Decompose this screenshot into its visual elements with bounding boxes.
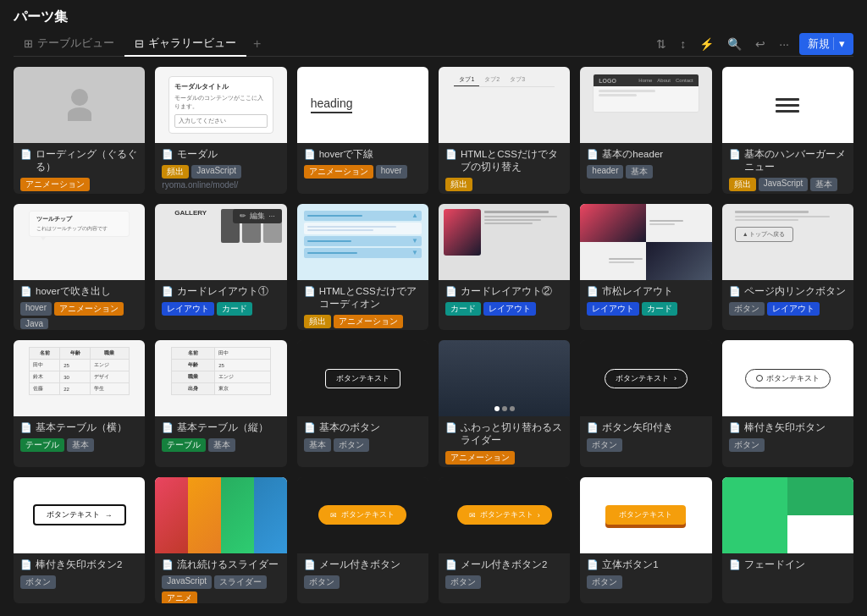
modal-preview: モーダルタイトル モーダルのコンテンツがここに入ります。 入力してください — [168, 76, 273, 134]
card-header-name: 📄 基本のheader — [587, 148, 704, 161]
table-v-preview: 名前田中 年齢25 職業エンジ 出身東京 — [171, 347, 271, 395]
card-table-h-name: 📄 基本テーブル（横） — [20, 421, 138, 434]
tab-table[interactable]: ⊞ テーブルビュー — [14, 31, 124, 57]
filter-icon[interactable]: ⇅ — [653, 36, 670, 52]
card-card-layout-1[interactable]: GALLERY ✏ 編集 ··· 📄 カードレイアウト① レイアウト カード — [155, 204, 286, 331]
card-fade-slider[interactable]: 📄 ふわっと切り替わるスライダー アニメーション JavaScript — [439, 340, 570, 467]
fade-in-preview — [722, 477, 853, 553]
card-table-v-name: 📄 基本テーブル（縦） — [162, 421, 279, 434]
card-basic-button-name: 📄 基本のボタン — [304, 421, 422, 434]
card-arrow-button-name: 📄 ボタン矢印付き — [587, 421, 704, 434]
card-flowing-slider[interactable]: 📄 流れ続けるスライダー JavaScript スライダー アニメ — [155, 477, 286, 604]
card-tooltip-name: 📄 hoverで吹き出し — [20, 285, 138, 298]
card-hover-underline[interactable]: heading 📄 hoverで下線 アニメーション hover — [297, 67, 428, 194]
search-icon[interactable]: 🔍 — [724, 36, 745, 52]
card-hamburger[interactable]: 📄 基本のハンバーガーメニュー 頻出 JavaScript 基本 ryoma.o… — [722, 67, 853, 194]
app-title: パーツ集 — [14, 8, 853, 26]
card-basic-button[interactable]: ボタンテキスト 📄 基本のボタン 基本 ボタン — [297, 340, 428, 467]
card-3d-button[interactable]: ボタンテキスト 📄 立体ボタン1 ボタン — [580, 477, 711, 604]
more-icon[interactable]: ··· — [776, 36, 792, 52]
card-loading[interactable]: 📄 ローディング（ぐるぐる） アニメーション JavaScript — [14, 67, 145, 194]
card-fade-in-name: 📄 フェードイン — [729, 558, 847, 571]
mail-btn-preview: ✉ ボタンテキスト — [318, 505, 406, 525]
card-tab-name: 📄 HTMLとCSSだけでタブの切り替え — [445, 148, 563, 173]
3d-btn-preview: ボタンテキスト — [605, 505, 686, 525]
hamburger-preview — [767, 90, 808, 121]
card-page-link-btn[interactable]: ▲ トップへ戻る 📄 ページ内リンクボタン ボタン レイアウト — [722, 204, 853, 331]
card-modal-name: 📄 モーダル — [162, 148, 279, 161]
tab-preview: タブ1 タブ2 タブ3 — [454, 74, 554, 107]
card-mail-button-2[interactable]: ✉ ボタンテキスト › 📄 メール付きボタン2 ボタン — [439, 477, 570, 604]
tab-gallery[interactable]: ⊟ ギャラリービュー — [124, 31, 246, 57]
card-table-h[interactable]: 名前年齢職業 田中25エンジ 鈴木30デザイ 佐藤22学生 📄 基本テーブル（横… — [14, 340, 145, 467]
card-mail-button-2-name: 📄 メール付きボタン2 — [445, 558, 563, 571]
tag-js2: JavaScript — [191, 165, 241, 179]
arrow-btn-preview: ボタンテキスト › — [605, 369, 688, 388]
card-arrow-button[interactable]: ボタンテキスト › 📄 ボタン矢印付き ボタン — [580, 340, 711, 467]
table-h-preview: 名前年齢職業 田中25エンジ 鈴木30デザイ 佐藤22学生 — [29, 347, 129, 395]
card-fade-in[interactable]: 📄 フェードイン — [722, 477, 853, 604]
tag-animation: アニメーション — [20, 178, 90, 191]
card-bordered-arrow-name: 📄 棒付き矢印ボタン — [729, 421, 847, 434]
card-checkerboard-name: 📄 市松レイアウト — [587, 285, 704, 298]
card-accordion-name: 📄 HTMLとCSSだけでアコーディオン — [304, 285, 422, 311]
new-button[interactable]: 新規 ▾ — [799, 33, 853, 55]
new-button-chevron: ▾ — [833, 37, 845, 50]
card-page-link-name: 📄 ページ内リンクボタン — [729, 285, 847, 298]
card-loading-name: 📄 ローディング（ぐるぐる） — [20, 148, 138, 173]
mail-btn-2-preview: ✉ ボタンテキスト › — [457, 505, 552, 525]
gallery-grid: 📄 ローディング（ぐるぐる） アニメーション JavaScript モーダルタイ… — [0, 57, 867, 613]
card-hamburger-name: 📄 基本のハンバーガーメニュー — [729, 148, 847, 173]
tag-freq: 頻出 — [162, 165, 189, 179]
bordered-btn-preview: ボタンテキスト — [745, 369, 831, 388]
card-mail-button-name: 📄 メール付きボタン — [304, 558, 422, 571]
card-3d-button-name: 📄 立体ボタン1 — [587, 558, 704, 571]
card-hover-underline-name: 📄 hoverで下線 — [304, 148, 422, 161]
card-flowing-slider-name: 📄 流れ続けるスライダー — [162, 558, 279, 571]
table-icon: ⊞ — [24, 37, 33, 50]
card-basic-header[interactable]: LOGO Home About Contact 📄 基本のheader — [580, 67, 711, 194]
card-accordion[interactable]: ▲ ▼ ▼ 📄 HTMLとCSSだけでアコーディオン — [297, 204, 428, 331]
checkerboard-preview — [580, 204, 711, 280]
card-checkerboard[interactable]: 📄 市松レイアウト レイアウト カード — [580, 204, 711, 331]
card-bordered-arrow-btn-2[interactable]: ボタンテキスト → 📄 棒付き矢印ボタン2 ボタン — [14, 477, 145, 604]
tab-bar: ⊞ テーブルビュー ⊟ ギャラリービュー + ⇅ ↕ ⚡ 🔍 ↩ ··· 新規 … — [14, 31, 853, 57]
bordered-btn-2-preview: ボタンテキスト → — [33, 504, 126, 525]
card-card-layout-2-name: 📄 カードレイアウト② — [445, 285, 563, 298]
gallery-icon: ⊟ — [135, 37, 144, 50]
toolbar-right: ⇅ ↕ ⚡ 🔍 ↩ ··· 新規 ▾ — [653, 33, 853, 55]
card-modal-link: ryoma.online/model/ — [162, 180, 279, 190]
history-icon[interactable]: ↩ — [752, 36, 769, 52]
tooltip-preview: ツールチップ これはツールチップの内容です — [29, 211, 129, 237]
basic-btn-preview: ボタンテキスト — [325, 369, 400, 388]
card-tab-switch[interactable]: タブ1 タブ2 タブ3 📄 HTMLとCSSだけでタブの切り替え 頻出 — [439, 67, 570, 194]
header-preview: LOGO Home About Contact — [593, 74, 699, 113]
loading-preview — [68, 89, 91, 121]
card-card-layout-1-name: 📄 カードレイアウト① — [162, 285, 279, 298]
card-hamburger-link: ryoma.online/hamburger/ — [729, 193, 847, 194]
app-header: パーツ集 ⊞ テーブルビュー ⊟ ギャラリービュー + ⇅ ↕ ⚡ 🔍 ↩ ··… — [0, 0, 867, 57]
heading-preview: heading — [311, 96, 353, 113]
card-card-layout-2[interactable]: 📄 カードレイアウト② カード レイアウト — [439, 204, 570, 331]
page-link-preview: ▲ トップへ戻る — [735, 211, 841, 242]
card-bordered-arrow-2-name: 📄 棒付き矢印ボタン2 — [20, 558, 138, 571]
fade-slider-preview — [439, 340, 570, 416]
card-modal[interactable]: モーダルタイトル モーダルのコンテンツがここに入ります。 入力してください 📄 … — [155, 67, 286, 194]
accordion-preview: ▲ ▼ ▼ — [304, 211, 422, 258]
tab-add-button[interactable]: + — [246, 32, 268, 56]
card-tooltip[interactable]: ツールチップ これはツールチップの内容です 📄 hoverで吹き出し hover… — [14, 204, 145, 331]
card-mail-button[interactable]: ✉ ボタンテキスト 📄 メール付きボタン ボタン — [297, 477, 428, 604]
card-bordered-arrow-btn[interactable]: ボタンテキスト 📄 棒付き矢印ボタン ボタン — [722, 340, 853, 467]
edit-badge[interactable]: ✏ 編集 ··· — [233, 209, 282, 223]
automation-icon[interactable]: ⚡ — [696, 36, 717, 52]
card-fade-slider-name: 📄 ふわっと切り替わるスライダー — [445, 421, 563, 447]
card-table-v[interactable]: 名前田中 年齢25 職業エンジ 出身東京 📄 基本テーブル（縦） テーブル 基本 — [155, 340, 286, 467]
flowing-slider-preview — [155, 477, 286, 553]
sort-icon[interactable]: ↕ — [676, 36, 689, 52]
